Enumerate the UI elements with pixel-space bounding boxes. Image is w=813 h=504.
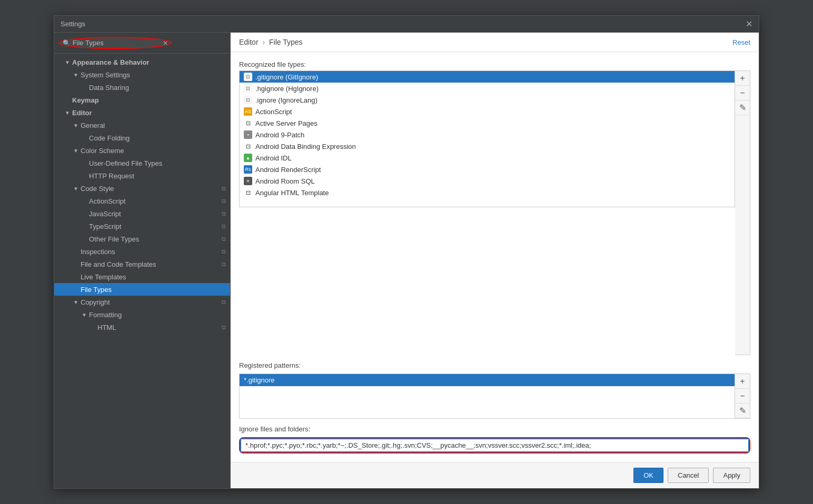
sidebar-item-label: Data Sharing	[89, 84, 129, 92]
sidebar-item-formatting[interactable]: ▼ Formatting	[54, 308, 230, 321]
pattern-item[interactable]: *.gitignore	[240, 374, 735, 386]
ignore-section: Ignore files and folders:	[239, 425, 750, 453]
close-button[interactable]: ✕	[746, 19, 752, 29]
remove-file-type-button[interactable]: −	[735, 86, 750, 100]
list-item[interactable]: ▪ Android 9-Patch	[240, 129, 735, 140]
file-type-icon: ⊡	[244, 84, 252, 93]
file-type-label: Android RenderScript	[255, 166, 321, 174]
sidebar-item-actionscript[interactable]: ActionScript ⧉	[54, 195, 230, 207]
sidebar-item-file-code-templates[interactable]: File and Code Templates ⧉	[54, 258, 230, 270]
list-item[interactable]: AS ActionScript	[240, 106, 735, 117]
arrow-icon: ▼	[65, 110, 71, 116]
recognized-list[interactable]: ⊡ .gitignore (GitIgnore) ⊡ .hgignore (Hg…	[239, 70, 735, 207]
arrow-icon: ▼	[73, 72, 80, 78]
file-type-label: .hgignore (HgIgnore)	[255, 85, 319, 93]
sidebar-item-label: Code Folding	[89, 134, 130, 142]
file-type-icon: ⊡	[244, 142, 252, 150]
file-type-label: .gitignore (GitIgnore)	[255, 73, 318, 81]
sidebar-item-keymap[interactable]: Keymap	[54, 94, 230, 106]
sidebar-item-user-defined-file-types[interactable]: User-Defined File Types	[54, 157, 230, 169]
sidebar-item-live-templates[interactable]: Live Templates	[54, 270, 230, 283]
list-item[interactable]: ⊡ Android Data Binding Expression	[240, 140, 735, 152]
ok-button[interactable]: OK	[633, 468, 663, 483]
sidebar-item-label: System Settings	[81, 71, 130, 79]
sidebar-item-label: General	[81, 122, 105, 129]
content-header: Editor › File Types Reset	[231, 33, 759, 52]
sidebar-item-label: TypeScript	[89, 223, 121, 230]
file-type-label: ActionScript	[255, 108, 292, 116]
list-item[interactable]: ≡ Android Room SQL	[240, 175, 735, 187]
sidebar-item-http-request[interactable]: HTTP Request	[54, 169, 230, 182]
arrow-icon: ▼	[73, 186, 80, 191]
bottom-buttons: OK Cancel Apply	[231, 462, 759, 488]
sidebar-item-appearance[interactable]: ▼ Appearance & Behavior	[54, 56, 230, 68]
arrow-icon: ▼	[73, 123, 80, 128]
copy-icon: ⧉	[222, 198, 226, 205]
sidebar-item-general[interactable]: ▼ General	[54, 119, 230, 132]
file-type-icon: ▲	[244, 154, 252, 162]
sidebar-item-html[interactable]: HTML ⧉	[54, 321, 230, 334]
list-item[interactable]: ⊡ .gitignore (GitIgnore)	[240, 71, 735, 83]
remove-pattern-button[interactable]: −	[735, 389, 750, 404]
list-item[interactable]: ⊡ Active Server Pages	[240, 117, 735, 129]
settings-dialog: Settings ✕ 🔍 ✕ ▼ Appearance & Behavior	[54, 15, 759, 489]
sidebar-item-typescript[interactable]: TypeScript ⧉	[54, 220, 230, 233]
settings-tree: ▼ Appearance & Behavior ▼ System Setting…	[54, 54, 230, 488]
sidebar-item-label: Copyright	[81, 298, 110, 306]
edit-file-type-button[interactable]: ✎	[735, 100, 750, 115]
sidebar-item-copyright[interactable]: ▼ Copyright ⧉	[54, 296, 230, 308]
search-input[interactable]	[73, 39, 161, 47]
breadcrumb-parent: Editor	[239, 38, 259, 46]
add-file-type-button[interactable]: +	[735, 71, 750, 86]
sidebar-item-label: ActionScript	[89, 197, 125, 205]
add-pattern-button[interactable]: +	[735, 374, 750, 389]
sidebar-item-javascript[interactable]: JavaScript ⧉	[54, 207, 230, 220]
file-type-icon: ⊡	[244, 96, 252, 104]
patterns-list[interactable]: *.gitignore	[239, 374, 735, 419]
copy-icon: ⧉	[222, 248, 226, 255]
list-item[interactable]: ⊡ .hgignore (HgIgnore)	[240, 83, 735, 94]
sidebar-item-editor[interactable]: ▼ Editor	[54, 106, 230, 119]
ignore-input-row	[239, 437, 750, 453]
cancel-button[interactable]: Cancel	[668, 468, 709, 483]
patterns-label: Registered patterns:	[239, 361, 750, 369]
sidebar-item-label: Color Scheme	[81, 147, 124, 155]
file-type-icon: Rs	[244, 165, 252, 174]
ignore-input[interactable]	[240, 438, 749, 452]
apply-button[interactable]: Apply	[713, 468, 750, 483]
sidebar-item-code-folding[interactable]: Code Folding	[54, 132, 230, 144]
search-clear-icon[interactable]: ✕	[163, 39, 168, 47]
dialog-title: Settings	[61, 20, 85, 28]
list-item[interactable]: Rs Android RenderScript	[240, 164, 735, 175]
copy-icon: ⧉	[222, 324, 226, 331]
sidebar-item-label: User-Defined File Types	[89, 159, 162, 167]
list-item[interactable]: ▲ Android IDL	[240, 152, 735, 164]
titlebar: Settings ✕	[54, 16, 759, 33]
sidebar-item-label: JavaScript	[89, 210, 121, 218]
sidebar-item-label: Live Templates	[81, 273, 126, 281]
file-type-label: .ignore (IgnoreLang)	[255, 96, 318, 104]
sidebar-item-color-scheme[interactable]: ▼ Color Scheme	[54, 144, 230, 157]
sidebar-item-system-settings[interactable]: ▼ System Settings	[54, 68, 230, 81]
file-type-label: Angular HTML Template	[255, 189, 329, 197]
sidebar-item-file-types[interactable]: File Types	[54, 283, 230, 296]
sidebar-item-other-file-types[interactable]: Other File Types ⧉	[54, 233, 230, 245]
patterns-section: Registered patterns: *.gitignore + − ✎	[239, 361, 750, 419]
sidebar-item-label: Formatting	[89, 311, 122, 319]
edit-pattern-button[interactable]: ✎	[735, 404, 750, 418]
file-type-label: Android Room SQL	[255, 177, 315, 185]
sidebar-item-data-sharing[interactable]: Data Sharing	[54, 81, 230, 94]
content-body: Recognized file types: ⊡ .gitignore (Git…	[231, 52, 759, 462]
reset-button[interactable]: Reset	[732, 38, 750, 46]
list-item[interactable]: ⊡ Angular HTML Template	[240, 187, 735, 198]
arrow-icon: ▼	[73, 148, 80, 154]
patterns-list-buttons: + − ✎	[735, 374, 750, 419]
file-type-label: Android IDL	[255, 154, 292, 162]
sidebar-item-code-style[interactable]: ▼ Code Style ⧉	[54, 182, 230, 195]
arrow-icon: ▼	[82, 312, 88, 318]
sidebar-item-label: Inspections	[81, 248, 115, 256]
sidebar-item-inspections[interactable]: Inspections ⧉	[54, 245, 230, 258]
recognized-label: Recognized file types:	[239, 61, 750, 68]
file-type-label: Android 9-Patch	[255, 131, 304, 139]
list-item[interactable]: ⊡ .ignore (IgnoreLang)	[240, 94, 735, 106]
